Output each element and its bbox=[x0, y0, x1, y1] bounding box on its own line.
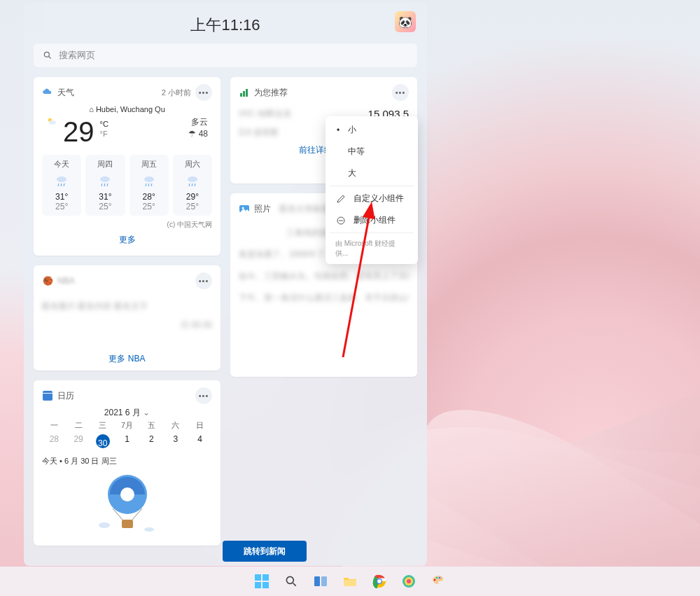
nba-more-link[interactable]: 更多 NBA bbox=[34, 349, 220, 366]
svg-rect-39 bbox=[255, 582, 261, 588]
photos-icon bbox=[239, 203, 250, 214]
calendar-day[interactable]: 29 bbox=[66, 432, 91, 450]
weather-more-link[interactable]: 更多 bbox=[42, 230, 212, 247]
svg-point-51 bbox=[407, 579, 411, 583]
calendar-day[interactable]: 2 bbox=[139, 432, 164, 450]
task-view-icon[interactable] bbox=[312, 573, 329, 590]
calendar-day[interactable]: 30 bbox=[90, 432, 115, 450]
weather-widget: 天气 2 小时前 ••• ⌂ Hubei, Wuchang Qu 29 °C °… bbox=[34, 77, 220, 256]
svg-point-53 bbox=[436, 577, 438, 579]
svg-rect-38 bbox=[262, 574, 269, 581]
calendar-widget: 日历 ••• 2021 6 月 ⌄ 一二三7月五六日 2829301234 今天… bbox=[34, 380, 220, 546]
unit-f[interactable]: °F bbox=[100, 129, 108, 139]
svg-point-16 bbox=[188, 176, 197, 182]
jump-to-news-button[interactable]: 跳转到新闻 bbox=[223, 541, 307, 562]
svg-rect-40 bbox=[262, 582, 269, 588]
chevron-down-icon[interactable]: ⌄ bbox=[143, 408, 150, 417]
forecast-day[interactable]: 周六29°25° bbox=[173, 155, 212, 216]
svg-rect-20 bbox=[43, 391, 52, 401]
svg-line-42 bbox=[293, 583, 296, 586]
calendar-weekdays: 一二三7月五六日 bbox=[42, 419, 212, 432]
svg-line-10 bbox=[104, 183, 105, 186]
svg-line-15 bbox=[151, 183, 152, 186]
user-avatar[interactable]: 🐼 bbox=[395, 11, 416, 32]
menu-size-large[interactable]: 大 bbox=[326, 162, 418, 184]
sun-cloud-icon bbox=[46, 116, 57, 127]
current-temp: 29 bbox=[63, 116, 94, 148]
svg-point-12 bbox=[144, 176, 154, 182]
svg-rect-44 bbox=[321, 576, 327, 586]
search-box[interactable]: 搜索网页 bbox=[34, 43, 417, 67]
svg-point-4 bbox=[57, 176, 66, 182]
calendar-icon bbox=[42, 390, 53, 401]
weather-icon bbox=[42, 87, 53, 98]
svg-point-3 bbox=[49, 120, 57, 125]
calendar-days: 2829301234 bbox=[42, 432, 212, 450]
svg-point-48 bbox=[377, 579, 382, 583]
svg-rect-21 bbox=[43, 393, 52, 394]
svg-line-1 bbox=[49, 57, 51, 59]
svg-line-11 bbox=[107, 183, 108, 186]
svg-rect-37 bbox=[255, 574, 261, 581]
nba-more-button[interactable]: ••• bbox=[195, 272, 212, 289]
svg-line-18 bbox=[192, 183, 192, 186]
calendar-day[interactable]: 1 bbox=[115, 432, 139, 450]
location-icon: ⌂ bbox=[89, 105, 94, 113]
svg-rect-43 bbox=[314, 576, 320, 586]
finance-icon bbox=[239, 87, 250, 98]
calendar-more-button[interactable]: ••• bbox=[195, 387, 212, 404]
svg-rect-45 bbox=[344, 580, 356, 586]
svg-point-8 bbox=[100, 176, 110, 182]
svg-line-13 bbox=[146, 183, 146, 186]
svg-line-17 bbox=[189, 183, 190, 186]
svg-line-9 bbox=[102, 183, 102, 186]
svg-point-52 bbox=[434, 579, 436, 581]
forecast-day[interactable]: 今天31°25° bbox=[42, 155, 81, 216]
taskbar bbox=[0, 567, 700, 596]
svg-rect-29 bbox=[240, 93, 242, 97]
search-icon bbox=[42, 50, 53, 61]
calendar-day[interactable]: 3 bbox=[164, 432, 188, 450]
svg-line-6 bbox=[61, 183, 62, 186]
forecast-day[interactable]: 周四31°25° bbox=[85, 155, 125, 216]
forecast-row: 今天31°25°周四31°25°周五28°25°周六29°25° bbox=[42, 155, 212, 216]
bullet-icon: • bbox=[335, 125, 341, 135]
remove-icon bbox=[335, 215, 346, 226]
chrome-icon[interactable] bbox=[371, 573, 388, 590]
unit-c[interactable]: °C bbox=[100, 119, 108, 129]
calendar-day[interactable]: 28 bbox=[42, 432, 66, 450]
svg-point-55 bbox=[441, 579, 443, 581]
browser-icon[interactable] bbox=[400, 573, 417, 590]
explorer-icon[interactable] bbox=[342, 573, 358, 590]
start-button[interactable] bbox=[253, 573, 270, 590]
balloon-illustration bbox=[42, 471, 212, 541]
widget-context-menu: •小 中等 大 自定义小组件 删除小组件 由 Microsoft 财经提供... bbox=[326, 116, 418, 264]
finance-more-button[interactable]: ••• bbox=[392, 84, 409, 101]
svg-line-19 bbox=[195, 183, 195, 186]
svg-point-23 bbox=[120, 487, 134, 501]
svg-point-28 bbox=[144, 527, 154, 532]
pencil-icon bbox=[335, 193, 346, 205]
weather-more-button[interactable]: ••• bbox=[195, 84, 212, 101]
menu-size-medium[interactable]: 中等 bbox=[326, 141, 418, 162]
sports-icon: 🏀 bbox=[42, 275, 53, 286]
taskbar-search-icon[interactable] bbox=[283, 573, 300, 590]
nba-widget: 🏀 NBA ••• 匿名图片 匿名内容 匿名文字 日 00:30 更多 NBA bbox=[34, 265, 220, 370]
svg-rect-30 bbox=[243, 91, 245, 97]
svg-line-5 bbox=[58, 183, 59, 186]
calendar-day[interactable]: 4 bbox=[188, 432, 212, 450]
svg-point-54 bbox=[439, 577, 441, 579]
menu-size-small[interactable]: •小 bbox=[326, 119, 418, 141]
svg-rect-24 bbox=[122, 520, 133, 528]
svg-point-0 bbox=[44, 52, 49, 57]
menu-remove[interactable]: 删除小组件 bbox=[326, 209, 418, 231]
menu-customize[interactable]: 自定义小组件 bbox=[326, 188, 418, 209]
svg-line-14 bbox=[148, 183, 149, 186]
svg-point-27 bbox=[99, 522, 110, 528]
paint-icon[interactable] bbox=[430, 573, 447, 590]
svg-point-41 bbox=[286, 576, 293, 583]
forecast-day[interactable]: 周五28°25° bbox=[130, 155, 169, 216]
menu-credit: 由 Microsoft 财经提供... bbox=[326, 235, 418, 261]
widgets-panel: 上午11:16 🐼 搜索网页 天气 2 小时前 ••• ⌂ Hube bbox=[24, 3, 427, 566]
search-placeholder: 搜索网页 bbox=[59, 49, 95, 62]
